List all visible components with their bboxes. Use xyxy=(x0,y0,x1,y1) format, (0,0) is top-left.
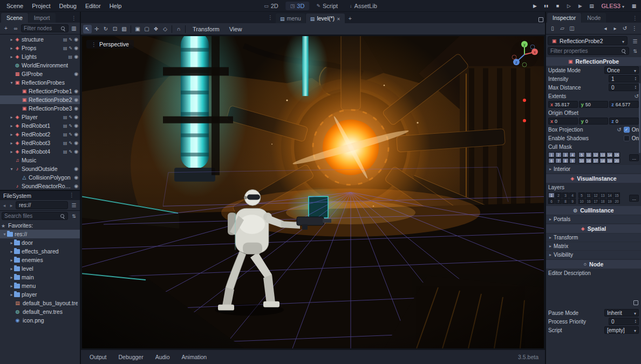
visibility-eye-icon[interactable] xyxy=(74,71,78,77)
expand-arrow-icon[interactable] xyxy=(9,149,14,154)
layers-more-button[interactable]: ... xyxy=(629,195,639,202)
visibility-eye-icon[interactable] xyxy=(74,175,78,180)
workspace-button[interactable]: Script xyxy=(311,2,343,10)
enable-shadows-checkbox[interactable] xyxy=(624,135,630,141)
axis-gizmo[interactable]: x y z xyxy=(509,39,540,70)
visibility-eye-icon[interactable] xyxy=(74,114,78,120)
remote-tree-button[interactable] xyxy=(70,24,78,33)
new-resource-button[interactable] xyxy=(548,24,557,33)
scene-tree-item[interactable]: SoundReactorRoom xyxy=(0,182,80,190)
visibility-eye-icon[interactable] xyxy=(74,132,78,137)
extents-y-field[interactable]: y50 xyxy=(579,101,609,108)
visibility-eye-icon[interactable] xyxy=(74,37,78,42)
history-button[interactable] xyxy=(620,24,629,33)
scene-instance-icon[interactable] xyxy=(63,46,67,51)
movie-maker-button[interactable] xyxy=(587,2,597,10)
section-visibility[interactable]: Visibility xyxy=(546,251,641,259)
sort-icon[interactable] xyxy=(70,212,78,221)
expand-arrow-icon[interactable] xyxy=(2,232,7,237)
unlock-button[interactable] xyxy=(142,25,151,33)
layer-cell[interactable]: 4 xyxy=(569,193,576,198)
visibility-eye-icon[interactable] xyxy=(74,123,78,128)
expand-arrow-icon[interactable] xyxy=(9,167,14,171)
revert-icon[interactable] xyxy=(635,93,639,99)
expand-arrow-icon[interactable] xyxy=(9,275,14,280)
visibility-eye-icon[interactable] xyxy=(74,45,78,51)
play-button[interactable] xyxy=(530,2,540,10)
script-icon[interactable] xyxy=(69,141,72,146)
scene-instance-icon[interactable] xyxy=(63,115,67,120)
filesystem-item[interactable]: player xyxy=(0,290,80,299)
script-icon[interactable] xyxy=(69,123,72,128)
visibility-eye-icon[interactable] xyxy=(74,97,78,102)
property-tools-icon[interactable] xyxy=(631,47,639,56)
menu-item[interactable]: Debug xyxy=(54,2,80,10)
spinner-arrows-icon[interactable] xyxy=(635,77,636,81)
layer-cell[interactable]: 20 xyxy=(613,198,620,204)
play-scene-button[interactable] xyxy=(564,2,574,10)
scene-tree-item[interactable]: structure xyxy=(0,35,80,44)
scene-tree-item[interactable]: SoundOutside xyxy=(0,164,80,173)
layer-cell[interactable]: 11 xyxy=(585,193,592,198)
dock-tab[interactable]: Scene xyxy=(1,13,28,23)
script-icon[interactable] xyxy=(69,132,72,137)
expand-arrow-icon[interactable] xyxy=(9,292,14,297)
cull-mask-cell[interactable]: 7 xyxy=(555,158,562,163)
scene-tree-item[interactable]: Music xyxy=(0,156,80,164)
section-interior[interactable]: Interior xyxy=(546,165,641,173)
origin-x-field[interactable]: x0 xyxy=(548,118,578,125)
pause-button[interactable] xyxy=(542,2,551,10)
visibility-eye-icon[interactable] xyxy=(74,54,78,59)
cull-mask-cell[interactable]: 10 xyxy=(578,158,585,163)
save-resource-button[interactable] xyxy=(568,24,576,33)
cull-mask-cell[interactable]: 11 xyxy=(585,152,592,157)
scene-instance-icon[interactable] xyxy=(63,149,67,154)
cull-mask-cell[interactable]: 9 xyxy=(569,158,576,163)
move-tool-button[interactable] xyxy=(92,25,101,33)
scene-tree-item[interactable]: Lights xyxy=(0,52,80,61)
menu-item[interactable]: Scene xyxy=(2,2,28,10)
filesystem-item[interactable]: default_bus_layout.tres xyxy=(0,299,80,307)
layer-cell[interactable]: 18 xyxy=(599,198,606,204)
layer-cell[interactable]: 7 xyxy=(555,198,562,204)
bottom-panel-tab[interactable]: Audio xyxy=(150,352,175,362)
layer-cell[interactable]: 14 xyxy=(606,193,613,198)
expand-icon[interactable] xyxy=(633,300,638,305)
filesystem-item[interactable]: icon.png xyxy=(0,316,80,325)
extra-options-icon[interactable] xyxy=(631,37,639,45)
filesystem-item[interactable]: effects_shared xyxy=(0,247,80,256)
section-matrix[interactable]: Matrix xyxy=(546,242,641,250)
snap-button[interactable] xyxy=(174,25,183,33)
cull-mask-cell[interactable]: 12 xyxy=(592,152,599,157)
history-forward-button[interactable] xyxy=(611,24,619,33)
layer-cell[interactable]: 8 xyxy=(562,198,569,204)
cull-mask-cell[interactable]: 13 xyxy=(599,152,606,157)
viewport-menu[interactable]: Transform xyxy=(188,25,224,33)
scene-tree-item[interactable]: ReflectionProbes xyxy=(0,78,80,87)
scene-instance-icon[interactable] xyxy=(69,54,73,59)
scene-tree-item[interactable]: GIProbe xyxy=(0,70,80,78)
ungroup-button[interactable] xyxy=(161,25,169,33)
scrollbar-thumb[interactable] xyxy=(639,83,640,153)
play-custom-scene-button[interactable] xyxy=(576,2,585,10)
update-mode-dropdown[interactable]: Once xyxy=(604,66,639,74)
script-icon[interactable] xyxy=(69,115,72,120)
back-icon[interactable] xyxy=(2,203,7,208)
revert-icon[interactable] xyxy=(617,127,621,133)
lock-button[interactable] xyxy=(133,25,142,33)
expand-arrow-icon[interactable] xyxy=(9,266,14,271)
script-dropdown[interactable]: [empty] xyxy=(604,326,639,334)
layer-cell[interactable]: 13 xyxy=(599,193,606,198)
visibility-eye-icon[interactable] xyxy=(74,166,78,171)
dock-tab[interactable]: Inspector xyxy=(547,13,581,23)
cull-mask-cell[interactable]: 14 xyxy=(606,152,613,157)
cull-mask-cell[interactable]: 2 xyxy=(555,152,562,157)
script-icon[interactable] xyxy=(69,37,72,42)
cull-mask-cell[interactable]: 4 xyxy=(569,152,576,157)
scene-tree-item[interactable]: Player xyxy=(0,113,80,121)
scene-tree-item[interactable]: Props xyxy=(0,44,80,52)
workspace-button[interactable]: 2D xyxy=(259,2,283,10)
layer-cell[interactable]: 6 xyxy=(548,198,555,204)
layer-cell[interactable]: 5 xyxy=(578,193,585,198)
origin-z-field[interactable]: z0 xyxy=(609,118,639,125)
